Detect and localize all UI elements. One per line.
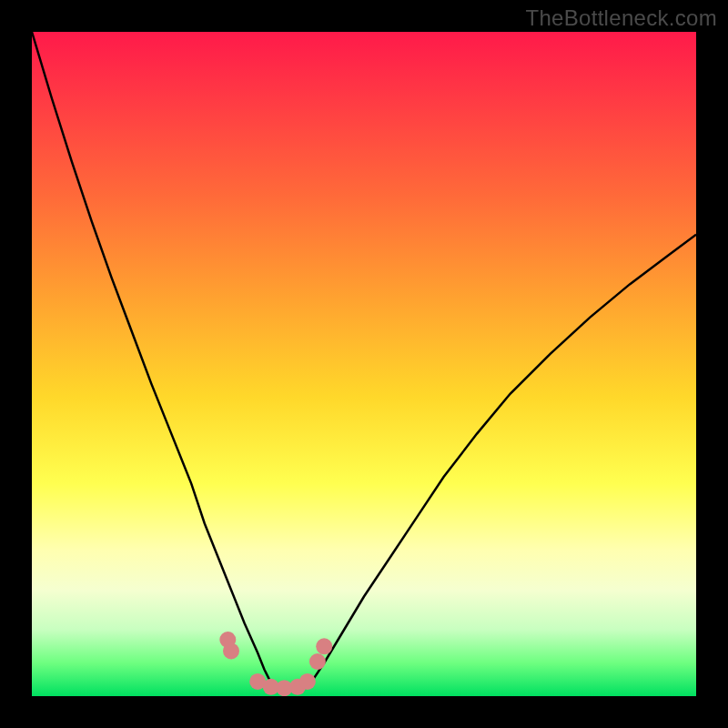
series-bottom-markers: [219, 632, 332, 696]
watermark-label: TheBottleneck.com: [525, 5, 717, 31]
series-left-curve: [32, 32, 271, 682]
left-curve-path: [32, 32, 271, 682]
right-curve-path: [311, 235, 696, 683]
marker-dot: [223, 642, 239, 659]
marker-dot: [309, 653, 326, 670]
chart-overlay: [32, 32, 696, 696]
series-right-curve: [311, 235, 696, 683]
marker-dot: [299, 673, 316, 690]
marker-dot: [316, 638, 332, 654]
chart-frame: TheBottleneck.com: [0, 0, 728, 728]
